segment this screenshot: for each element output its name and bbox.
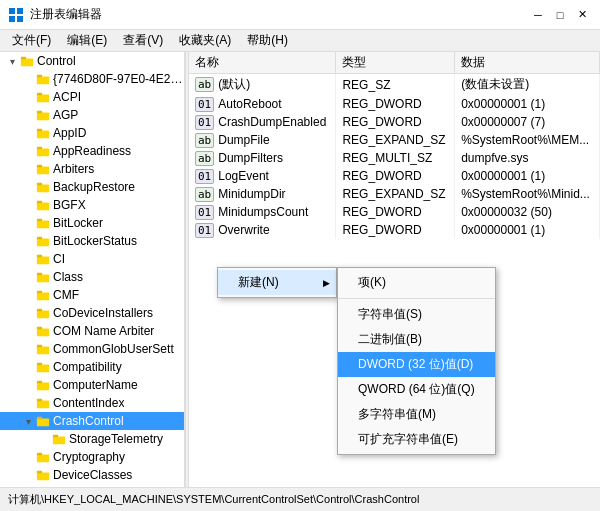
submenu-item-item-key[interactable]: 项(K) (338, 270, 495, 295)
table-row[interactable]: 01MinidumpsCountREG_DWORD0x00000032 (50) (189, 203, 600, 221)
status-text: 计算机\HKEY_LOCAL_MACHINE\SYSTEM\CurrentCon… (8, 492, 419, 507)
tree-item-bitlockerstatus[interactable]: BitLockerStatus (0, 232, 184, 250)
svg-rect-7 (37, 75, 42, 78)
title-controls: ─ □ ✕ (528, 5, 592, 25)
table-row[interactable]: 01OverwriteREG_DWORD0x00000001 (1) (189, 221, 600, 239)
folder-icon (36, 360, 50, 374)
submenu-item-item-qword[interactable]: QWORD (64 位)值(Q) (338, 377, 495, 402)
tree-item-contentindex[interactable]: ContentIndex (0, 394, 184, 412)
context-menu-new[interactable]: 新建(N) (217, 267, 337, 298)
folder-icon (20, 54, 34, 68)
tree-item-appreadiness[interactable]: AppReadiness (0, 142, 184, 160)
col-header-type[interactable]: 类型 (336, 52, 455, 74)
tree-item-label: Compatibility (53, 360, 122, 374)
folder-icon (36, 270, 50, 284)
menu-item-help[interactable]: 帮助(H) (239, 30, 296, 51)
svg-rect-37 (37, 345, 42, 348)
tree-item-class[interactable]: Class (0, 268, 184, 286)
svg-rect-15 (37, 147, 42, 150)
tree-item-label: ContentIndex (53, 396, 124, 410)
table-row[interactable]: 01AutoRebootREG_DWORD0x00000001 (1) (189, 95, 600, 113)
maximize-button[interactable]: □ (550, 5, 570, 25)
tree-item-control-root[interactable]: ▾ Control (0, 52, 184, 70)
svg-rect-10 (37, 112, 49, 120)
tree-item-label: DeviceClasses (53, 468, 132, 482)
tree-item-bgfx[interactable]: BGFX (0, 196, 184, 214)
tree-item-ci[interactable]: CI (0, 250, 184, 268)
tree-item-storagetelemetry[interactable]: StorageTelemetry (0, 430, 184, 448)
table-row[interactable]: abDumpFiltersREG_MULTI_SZdumpfve.sys (189, 149, 600, 167)
cell-data: %SystemRoot%\MEM... (455, 131, 600, 149)
context-menu-item-new[interactable]: 新建(N) (218, 270, 336, 295)
menu-item-favorites[interactable]: 收藏夹(A) (171, 30, 239, 51)
folder-icon (36, 414, 50, 428)
tree-item-label: ACPI (53, 90, 81, 104)
tree-item-arbiters[interactable]: Arbiters (0, 160, 184, 178)
content-pane: 名称类型数据 ab(默认)REG_SZ(数值未设置)01AutoRebootRE… (189, 52, 600, 487)
tree-item-label: Control (37, 54, 76, 68)
menu-item-edit[interactable]: 编辑(E) (59, 30, 115, 51)
submenu-item-item-string[interactable]: 字符串值(S) (338, 302, 495, 327)
tree-item-label: StorageTelemetry (69, 432, 163, 446)
string-icon: ab (195, 187, 214, 202)
close-button[interactable]: ✕ (572, 5, 592, 25)
tree-item-agp[interactable]: AGP (0, 106, 184, 124)
tree-item-commonglobusersett[interactable]: CommonGlobUserSett (0, 340, 184, 358)
svg-rect-27 (37, 255, 42, 258)
minimize-button[interactable]: ─ (528, 5, 548, 25)
tree-item-codeviceinstallers[interactable]: CoDeviceInstallers (0, 304, 184, 322)
tree-item-appid[interactable]: AppID (0, 124, 184, 142)
tree-item-deviceclasses[interactable]: DeviceClasses (0, 466, 184, 484)
tree-item-acpi[interactable]: ACPI (0, 88, 184, 106)
folder-icon (36, 306, 50, 320)
tree-item-computername[interactable]: ComputerName (0, 376, 184, 394)
tree-item-compatibility[interactable]: Compatibility (0, 358, 184, 376)
string-icon: ab (195, 133, 214, 148)
tree-item-cmf[interactable]: CMF (0, 286, 184, 304)
submenu-item-item-dword[interactable]: DWORD (32 位)值(D) (338, 352, 495, 377)
folder-icon (36, 450, 50, 464)
tree-item-label: Arbiters (53, 162, 94, 176)
cell-name: abDumpFilters (189, 149, 336, 167)
tree-item-crashcontrol[interactable]: ▾ CrashControl (0, 412, 184, 430)
tree-item-comnamearbiter[interactable]: COM Name Arbiter (0, 322, 184, 340)
table-row[interactable]: 01LogEventREG_DWORD0x00000001 (1) (189, 167, 600, 185)
tree-item-label: BitLockerStatus (53, 234, 137, 248)
folder-icon (36, 108, 50, 122)
tree-item-bitlocker[interactable]: BitLocker (0, 214, 184, 232)
submenu-item-item-expand[interactable]: 可扩充字符串值(E) (338, 427, 495, 452)
svg-rect-49 (37, 453, 42, 456)
cell-type: REG_DWORD (336, 203, 455, 221)
col-header-data[interactable]: 数据 (455, 52, 600, 74)
svg-rect-6 (37, 76, 49, 84)
tree-item-label: Cryptography (53, 450, 125, 464)
svg-rect-51 (37, 471, 42, 474)
submenu-new-types[interactable]: 项(K)字符串值(S)二进制值(B)DWORD (32 位)值(D)QWORD … (337, 267, 496, 455)
submenu-item-item-binary[interactable]: 二进制值(B) (338, 327, 495, 352)
cell-type: REG_DWORD (336, 95, 455, 113)
svg-rect-46 (53, 436, 65, 444)
table-row[interactable]: abDumpFileREG_EXPAND_SZ%SystemRoot%\MEM.… (189, 131, 600, 149)
tree-item-backuprestore[interactable]: BackupRestore (0, 178, 184, 196)
status-bar: 计算机\HKEY_LOCAL_MACHINE\SYSTEM\CurrentCon… (0, 487, 600, 511)
menu-item-file[interactable]: 文件(F) (4, 30, 59, 51)
tree-item-7746d80f[interactable]: {7746D80F-97E0-4E26-... (0, 70, 184, 88)
table-row[interactable]: ab(默认)REG_SZ(数值未设置) (189, 74, 600, 96)
svg-rect-29 (37, 273, 42, 276)
menu-item-view[interactable]: 查看(V) (115, 30, 171, 51)
tree-item-label: BitLocker (53, 216, 103, 230)
svg-rect-45 (37, 417, 42, 420)
svg-rect-28 (37, 274, 49, 282)
tree-item-label: CoDeviceInstallers (53, 306, 153, 320)
tree-item-cryptography[interactable]: Cryptography (0, 448, 184, 466)
folder-icon (36, 342, 50, 356)
folder-icon (36, 126, 50, 140)
submenu-item-item-multi[interactable]: 多字符串值(M) (338, 402, 495, 427)
svg-rect-17 (37, 165, 42, 168)
table-row[interactable]: abMinidumpDirREG_EXPAND_SZ%SystemRoot%\M… (189, 185, 600, 203)
tree-pane[interactable]: ▾ Control {7746D80F-97E0-4E26-... ACPI A… (0, 52, 185, 487)
table-row[interactable]: 01CrashDumpEnabledREG_DWORD0x00000007 (7… (189, 113, 600, 131)
cell-name: abDumpFile (189, 131, 336, 149)
col-header-name[interactable]: 名称 (189, 52, 336, 74)
tree-item-label: COM Name Arbiter (53, 324, 154, 338)
